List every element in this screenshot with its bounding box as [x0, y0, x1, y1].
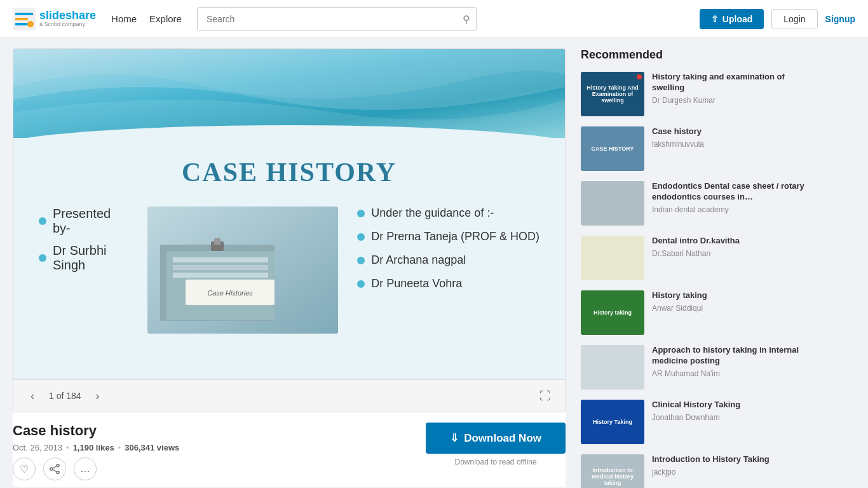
header-actions: ⇧ Upload Login Signup	[700, 9, 855, 29]
slide-left: Presented by- Dr Surbhi Singh	[39, 207, 128, 280]
fullscreen-button[interactable]: ⛶	[536, 386, 555, 405]
right-bullets: Under the guidance of :- Dr Prerna Tanej…	[357, 207, 539, 301]
upload-icon: ⇧	[711, 14, 719, 24]
list-item: Under the guidance of :-	[357, 207, 539, 220]
slide-counter: 1 of 184	[49, 391, 81, 401]
like-button[interactable]: ♡	[13, 458, 36, 480]
nav-home[interactable]: Home	[111, 13, 137, 24]
rec-thumb: History taking	[581, 290, 644, 335]
next-slide-button[interactable]: ›	[89, 387, 107, 405]
upload-button[interactable]: ⇧ Upload	[700, 9, 764, 29]
svg-rect-11	[173, 273, 268, 278]
download-section: ⇓ Download Now Download to read offline	[426, 423, 566, 466]
bullet-icon	[357, 233, 365, 241]
rec-item[interactable]: Approach to history taking in internal m…	[581, 345, 813, 390]
rec-item-title: Endodontics Dental case sheet / rotary e…	[652, 181, 813, 203]
rec-item-title: History taking	[652, 290, 813, 301]
rec-info: History taking Anwar Siddiqui	[652, 290, 813, 335]
list-item: Presented by-	[39, 207, 128, 236]
rec-thumb: Introduction to medical history taking	[581, 454, 644, 488]
logo-name: slideshare	[39, 10, 96, 22]
rec-thumb	[581, 345, 644, 390]
rec-info: Approach to history taking in internal m…	[652, 345, 813, 390]
doc-details: Case history Oct. 26, 2013 • 1,190 likes…	[13, 423, 179, 480]
slide-header-wave	[13, 49, 565, 138]
bullet-icon	[39, 217, 46, 225]
rec-item-title: Approach to history taking in internal m…	[652, 345, 813, 367]
rec-item[interactable]: History Taking And Examination of swelli…	[581, 72, 813, 116]
svg-text:Case Histories: Case Histories	[207, 289, 253, 297]
svg-point-16	[57, 464, 59, 467]
prev-slide-button[interactable]: ‹	[24, 387, 41, 405]
slide-right-area: Case Histories Under the guidance of	[147, 207, 539, 334]
rec-item[interactable]: CASE HISTORY Case history lakshminuvvula	[581, 126, 813, 171]
rec-thumb: CASE HISTORY	[581, 126, 644, 171]
slide-image: Case Histories	[147, 207, 338, 334]
rec-author: Dr Durgesh Kumar	[652, 96, 813, 105]
bullet-icon	[357, 280, 365, 288]
recommended-list: History Taking And Examination of swelli…	[581, 72, 813, 488]
logo-icon	[13, 8, 36, 30]
rec-info: Case history lakshminuvvula	[652, 126, 813, 171]
rec-author: Anwar Siddiqui	[652, 304, 813, 313]
svg-line-19	[53, 466, 57, 469]
search-icon: ⚲	[463, 13, 470, 25]
main-nav: Home Explore	[111, 13, 182, 24]
download-icon: ⇓	[450, 431, 459, 445]
list-item: Dr Archana nagpal	[357, 254, 539, 267]
bullet-icon	[39, 254, 46, 262]
svg-point-4	[27, 21, 34, 27]
search-input[interactable]	[197, 7, 477, 31]
svg-point-18	[50, 468, 53, 470]
signup-button[interactable]: Signup	[825, 14, 855, 24]
rec-thumb	[581, 236, 644, 280]
search-bar: ⚲	[197, 7, 477, 31]
doc-title: Case history	[13, 423, 179, 439]
slide-nav: ‹ 1 of 184 ›	[24, 387, 107, 405]
rec-item-title: Clinical History Taking	[652, 400, 813, 410]
share-icon	[50, 464, 60, 474]
logo[interactable]: slideshare a Scribd company	[13, 8, 96, 30]
more-options-button[interactable]: …	[74, 458, 97, 480]
case-histories-image: Case Histories	[147, 207, 338, 334]
logo-sub: a Scribd company	[39, 22, 96, 28]
rec-info: Dental intro Dr.kavitha Dr.Sabari Nathan	[652, 236, 813, 280]
doc-info: Case history Oct. 26, 2013 • 1,190 likes…	[13, 412, 566, 487]
slide-title: CASE HISTORY	[26, 157, 552, 187]
doc-likes: 1,190 likes	[73, 443, 114, 452]
rec-info: Introduction to History Taking jackjpo	[652, 454, 813, 488]
svg-line-20	[53, 470, 57, 472]
slide-controls: ‹ 1 of 184 › ⛶	[13, 379, 565, 412]
svg-rect-15	[214, 238, 220, 245]
doc-actions: ♡ …	[13, 458, 179, 480]
sidebar: Recommended History Taking And Examinati…	[566, 48, 813, 488]
rec-info: Endodontics Dental case sheet / rotary e…	[652, 181, 813, 226]
rec-author: Indian dental academy	[652, 205, 813, 214]
list-item: Dr Puneeta Vohra	[357, 277, 539, 290]
list-item: Dr Surbhi Singh	[39, 243, 128, 273]
login-button[interactable]: Login	[771, 9, 817, 29]
slide-content: CASE HISTORY Presented by- Dr Surbhi	[13, 49, 565, 379]
rec-item[interactable]: Introduction to medical history taking I…	[581, 454, 813, 488]
rec-thumb: History Taking And Examination of swelli…	[581, 72, 644, 116]
rec-item-title: History taking and examination of swelli…	[652, 72, 813, 93]
download-sub-text: Download to read offline	[454, 458, 536, 466]
rec-info: History taking and examination of swelli…	[652, 72, 813, 116]
rec-info: Clinical History Taking Jonathan Downham	[652, 400, 813, 444]
rec-thumb: History Taking	[581, 400, 644, 444]
rec-author: AR Muhamad Na'im	[652, 369, 813, 378]
rec-item[interactable]: History Taking Clinical History Taking J…	[581, 400, 813, 444]
main-layout: CASE HISTORY Presented by- Dr Surbhi	[0, 38, 868, 488]
share-button[interactable]	[43, 458, 66, 480]
download-button[interactable]: ⇓ Download Now	[426, 423, 566, 454]
svg-rect-9	[173, 257, 268, 262]
rec-item[interactable]: Dental intro Dr.kavitha Dr.Sabari Nathan	[581, 236, 813, 280]
list-item: Dr Prerna Taneja (PROF & HOD)	[357, 230, 539, 243]
slide-image-container: Case Histories	[147, 207, 338, 334]
rec-author: Jonathan Downham	[652, 413, 813, 422]
svg-rect-1	[15, 13, 33, 15]
slide-viewer: CASE HISTORY Presented by- Dr Surbhi	[13, 48, 566, 412]
nav-explore[interactable]: Explore	[149, 13, 182, 24]
rec-item[interactable]: Endodontics Dental case sheet / rotary e…	[581, 181, 813, 226]
rec-item[interactable]: History taking History taking Anwar Sidd…	[581, 290, 813, 335]
